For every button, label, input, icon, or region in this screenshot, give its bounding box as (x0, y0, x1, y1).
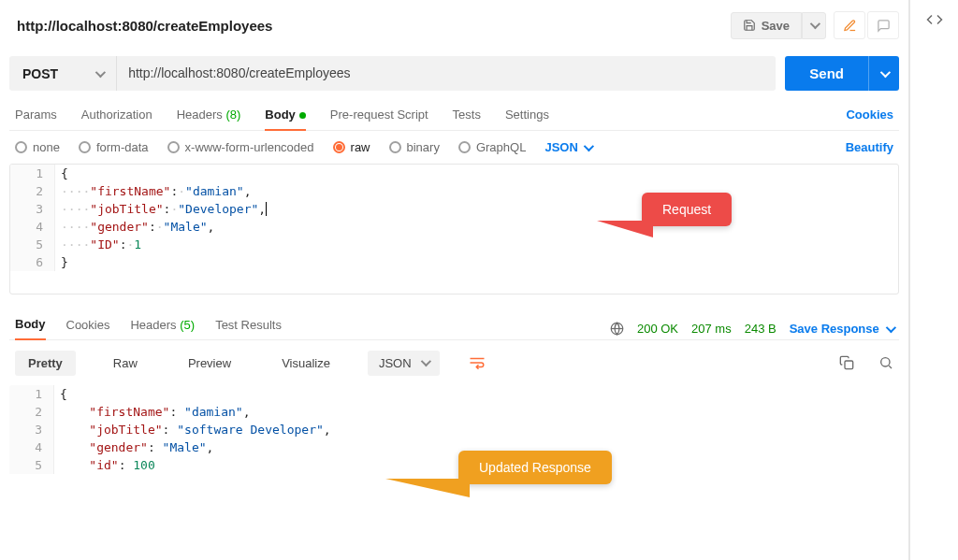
response-tab-tests[interactable]: Test Results (215, 318, 282, 339)
resp-headers-count: (5) (180, 318, 195, 332)
json-value: "damian" (185, 184, 244, 198)
tab-tests[interactable]: Tests (453, 108, 481, 129)
status-time: 207 ms (691, 322, 732, 336)
response-tab-headers[interactable]: Headers (5) (130, 318, 195, 339)
tab-headers-label: Headers (177, 108, 223, 122)
copy-icon (839, 355, 854, 370)
search-button[interactable] (878, 355, 893, 370)
tab-body[interactable]: Body (265, 108, 306, 131)
request-body-editor[interactable]: 1{ 2····"firstName":·"damian", 3····"job… (9, 164, 899, 294)
save-label: Save (762, 19, 790, 33)
json-key: "jobTitle" (90, 202, 163, 216)
code-brace: { (60, 387, 67, 401)
edit-button[interactable] (834, 11, 865, 39)
radio-icon (333, 141, 345, 153)
page-title: http://localhost:8080/createEmployees (17, 18, 272, 34)
bodytype-urlencoded[interactable]: x-www-form-urlencoded (167, 140, 314, 154)
bodytype-label: GraphQL (476, 140, 526, 154)
json-key: "ID" (90, 237, 119, 251)
response-tab-cookies[interactable]: Cookies (66, 318, 110, 339)
chevron-down-icon (584, 140, 594, 151)
svg-line-5 (889, 366, 892, 368)
json-key: "firstName" (89, 405, 169, 419)
method-label: POST (22, 66, 58, 81)
radio-icon (79, 141, 91, 153)
line-number: 4 (10, 218, 55, 236)
response-format-select[interactable]: JSON (368, 351, 440, 376)
bodytype-graphql[interactable]: GraphQL (458, 140, 526, 154)
line-number: 3 (10, 200, 55, 218)
view-visualize-button[interactable]: Visualize (269, 351, 343, 376)
json-value: "Male" (163, 440, 207, 454)
chevron-down-icon (810, 19, 820, 29)
raw-format-select[interactable]: JSON (544, 140, 590, 154)
view-raw-button[interactable]: Raw (100, 351, 151, 376)
word-wrap-icon (469, 356, 486, 369)
line-number: 5 (10, 236, 55, 253)
code-brace: { (61, 166, 68, 180)
json-value: "Male" (164, 220, 208, 234)
tab-headers[interactable]: Headers (8) (177, 108, 241, 129)
beautify-link[interactable]: Beautify (846, 140, 893, 154)
line-number: 2 (10, 182, 55, 200)
tab-params[interactable]: Params (15, 108, 57, 129)
word-wrap-button[interactable] (464, 350, 490, 376)
response-callout: Updated Response (458, 451, 612, 484)
raw-format-label: JSON (544, 140, 577, 154)
method-select[interactable]: POST (9, 56, 117, 91)
line-number: 6 (10, 253, 55, 271)
bodytype-none[interactable]: none (15, 140, 60, 154)
json-value: 100 (133, 458, 154, 472)
line-number: 3 (9, 421, 54, 438)
code-icon (926, 11, 943, 28)
response-format-label: JSON (379, 356, 412, 370)
tab-authorization[interactable]: Authorization (81, 108, 152, 129)
globe-icon[interactable] (610, 322, 624, 336)
send-button[interactable]: Send (785, 56, 868, 91)
line-number: 5 (9, 456, 54, 474)
view-preview-button[interactable]: Preview (175, 351, 244, 376)
json-key: "gender" (89, 440, 148, 454)
tab-prerequest[interactable]: Pre-request Script (330, 108, 428, 129)
comment-icon (877, 19, 891, 33)
svg-point-4 (881, 358, 890, 366)
chevron-down-icon (886, 322, 896, 332)
copy-button[interactable] (839, 355, 854, 370)
save-button[interactable]: Save (731, 12, 802, 39)
bodytype-raw[interactable]: raw (333, 140, 370, 154)
modified-dot-icon (299, 112, 306, 119)
bodytype-formdata[interactable]: form-data (79, 140, 149, 154)
cookies-link[interactable]: Cookies (846, 108, 893, 129)
send-dropdown-button[interactable] (868, 56, 899, 91)
json-value: 1 (134, 237, 141, 251)
line-number: 2 (9, 403, 54, 421)
url-input[interactable]: http://localhost:8080/createEmployees (117, 56, 776, 91)
bodytype-label: binary (407, 140, 440, 154)
bodytype-label: x-www-form-urlencoded (185, 140, 314, 154)
callout-label: Updated Response (479, 460, 591, 475)
chevron-down-icon (420, 356, 430, 366)
callout-label: Request (662, 202, 711, 217)
json-key: "id" (89, 458, 118, 472)
headers-count: (8) (225, 108, 240, 122)
search-icon (878, 355, 893, 370)
save-response-button[interactable]: Save Response (790, 322, 893, 336)
save-dropdown-button[interactable] (802, 12, 826, 39)
tab-body-label: Body (265, 108, 296, 122)
radio-icon (15, 141, 27, 153)
bodytype-binary[interactable]: binary (389, 140, 440, 154)
bodytype-label: none (33, 140, 60, 154)
radio-icon (389, 141, 401, 153)
json-key: "firstName" (90, 184, 170, 198)
resp-headers-label: Headers (130, 318, 176, 332)
json-key: "gender" (90, 220, 149, 234)
bodytype-label: form-data (96, 140, 149, 154)
view-pretty-button[interactable]: Pretty (15, 351, 76, 376)
code-brace: } (61, 255, 68, 269)
status-size: 243 B (745, 322, 777, 336)
code-panel-button[interactable] (926, 11, 943, 560)
tab-settings[interactable]: Settings (505, 108, 549, 129)
comment-button[interactable] (867, 11, 899, 39)
json-value: "software Developer" (177, 423, 324, 437)
response-tab-body[interactable]: Body (15, 317, 46, 340)
